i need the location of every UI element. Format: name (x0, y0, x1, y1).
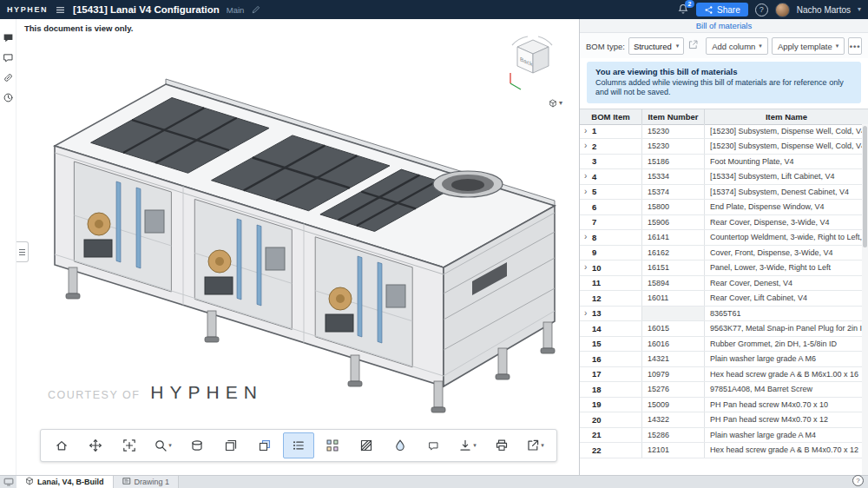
model-tree-toggle[interactable] (16, 241, 29, 262)
expand-chevron[interactable]: › (584, 188, 592, 196)
named-views-button[interactable] (215, 432, 247, 458)
chevron-down-icon[interactable]: ▾ (858, 6, 861, 13)
follow-mode-icon[interactable] (2, 51, 15, 64)
item-number-cell: 14322 (642, 412, 705, 427)
table-row[interactable]: 2014322PH Pan head screw M4x0.70 x 12 (580, 412, 862, 428)
table-row[interactable]: 1915009PH Pan head screw M4x0.70 x 10 (580, 398, 862, 413)
comments-icon[interactable] (2, 31, 15, 44)
bom-item-cell: 14 (592, 324, 602, 333)
bom-table: BOM Item Item Number Item Name ›115230[1… (580, 109, 868, 477)
item-name-cell: Rubber Grommet, 2in DH, 1-5/8in ID (705, 337, 862, 352)
table-row[interactable]: 315186Foot Mounting Plate, V4 (580, 155, 862, 170)
share-button[interactable]: Share (696, 3, 748, 16)
table-row[interactable]: 715906Rear Cover, Dispense, 3-Wide, V4 (580, 215, 862, 231)
hamburger-menu-icon[interactable] (55, 4, 66, 16)
bom-type-select[interactable]: Structured ▾ (628, 37, 684, 55)
machine-model[interactable] (34, 54, 572, 427)
left-rail (0, 19, 16, 476)
help-fab-button[interactable]: ? (852, 475, 864, 486)
avatar[interactable] (775, 3, 790, 17)
fit-view-button[interactable] (114, 432, 145, 458)
turntable-button[interactable] (181, 432, 213, 458)
download-button[interactable]: ▾ (452, 432, 483, 458)
table-row[interactable]: 1614321Plain washer large grade A M6 (580, 352, 862, 367)
table-row[interactable]: ›138365T61 (580, 307, 862, 322)
export-button[interactable]: ▾ (520, 432, 551, 458)
column-header-item-number[interactable]: Item Number (642, 109, 705, 124)
column-header-item-name[interactable]: Item Name (705, 109, 868, 124)
bom-scrollbar[interactable] (862, 124, 868, 477)
courtesy-watermark: COURTESY OF HYPHEN (48, 382, 263, 403)
user-menu[interactable]: Nacho Martos (797, 5, 851, 15)
expand-chevron[interactable]: › (584, 127, 592, 135)
view-cube[interactable]: Back ▾ (498, 33, 568, 118)
expand-chevron[interactable]: › (584, 309, 592, 318)
configurations-button[interactable] (249, 432, 280, 458)
table-row[interactable]: ›515374[15374] Subsystem, Denest Cabinet… (580, 185, 862, 201)
comment-button[interactable] (418, 432, 450, 458)
view-only-notice: This document is view only. (24, 23, 133, 33)
view-cube-graphic[interactable]: Back (498, 33, 568, 94)
add-column-button[interactable]: Add column ▾ (706, 37, 768, 55)
workspace-label[interactable]: Main (227, 5, 245, 15)
bom-button[interactable] (283, 432, 314, 458)
expand-chevron[interactable]: › (584, 233, 592, 241)
item-name-cell: [15230] Subsystem, Dispense Well, Cold, … (705, 139, 862, 154)
item-number-cell: 15230 (642, 139, 705, 154)
table-row[interactable]: 1216011Rear Cover, Lift Cabinet, V4 (580, 291, 862, 307)
open-in-new-icon[interactable] (687, 38, 699, 54)
edit-pencil-icon[interactable] (251, 4, 261, 15)
bom-table-header: BOM Item Item Number Item Name (580, 109, 868, 125)
bom-item-cell: 20 (592, 415, 602, 425)
home-view-button[interactable] (46, 432, 77, 458)
more-options-button[interactable]: ••• (848, 37, 862, 55)
chevron-down-icon: ▾ (541, 442, 544, 449)
bom-item-cell: 13 (592, 308, 602, 318)
watermark-prefix: COURTESY OF (48, 389, 140, 401)
table-row[interactable]: ›215230[15230] Subsystem, Dispense Well,… (580, 139, 862, 155)
section-view-button[interactable] (351, 432, 382, 458)
table-row[interactable]: 615800End Plate, Dispense Window, V4 (580, 200, 862, 215)
present-screen-icon[interactable] (0, 476, 16, 488)
notifications-button[interactable]: 2 (677, 3, 689, 16)
tab-assembly[interactable]: Lanai, V4, B-Build (16, 476, 114, 488)
table-row[interactable]: 2212101Hex head screw grade A & B M4x0.7… (580, 443, 862, 458)
versions-history-icon[interactable] (2, 91, 15, 104)
tab-drawing[interactable]: Drawing 1 (114, 476, 180, 488)
pan-button[interactable] (80, 432, 111, 458)
exploded-view-button[interactable] (317, 432, 348, 458)
share-link-icon[interactable] (2, 71, 15, 84)
view-options-button[interactable]: ▾ (549, 96, 562, 111)
table-row[interactable]: 14160159563K77, Metal Snap-in Panel Plug… (580, 321, 862, 337)
table-row[interactable]: 1710979Hex head screw grade A & B M6x1.0… (580, 367, 862, 383)
zoom-button[interactable]: ▾ (148, 432, 179, 458)
print-button[interactable] (486, 432, 517, 458)
item-number-cell: 15276 (642, 382, 705, 397)
table-row[interactable]: 181527697851A408, M4 Barret Screw (580, 382, 862, 398)
table-row[interactable]: ›816141Countertop Weldment, 3-wide, Righ… (580, 230, 862, 246)
item-name-cell: Cover, Front, Dispense, 3-Wide, V4 (705, 246, 862, 260)
table-row[interactable]: 916162Cover, Front, Dispense, 3-Wide, V4 (580, 246, 862, 261)
table-row[interactable]: 1516016Rubber Grommet, 2in DH, 1-5/8in I… (580, 337, 862, 353)
help-button[interactable]: ? (755, 3, 768, 16)
expand-chevron[interactable]: › (584, 263, 592, 272)
expand-chevron[interactable]: › (584, 142, 592, 150)
table-row[interactable]: 2115286Plain washer large grade A M4 (580, 428, 862, 444)
bom-item-cell: 19 (592, 399, 602, 409)
watermark-brand: HYPHEN (150, 382, 263, 403)
bom-item-cell: 21 (592, 430, 602, 439)
scrollbar-thumb[interactable] (863, 126, 867, 247)
table-row[interactable]: ›1016151Panel, Lower, 3-Wide, Right to L… (580, 260, 862, 276)
apply-template-button[interactable]: Apply template ▾ (772, 37, 845, 55)
table-row[interactable]: 1115894Rear Cover, Denest, V4 (580, 276, 862, 292)
item-name-cell: 8365T61 (705, 307, 862, 321)
column-header-bom-item[interactable]: BOM Item (580, 109, 642, 124)
table-row[interactable]: ›415334[15334] Subsystem, Lift Cabinet, … (580, 169, 862, 185)
expand-chevron[interactable]: › (584, 172, 592, 181)
cube-small-icon (25, 477, 34, 487)
bom-item-cell: 16 (592, 354, 602, 364)
appearance-button[interactable] (385, 432, 416, 458)
table-row[interactable]: ›115230[15230] Subsystem, Dispense Well,… (580, 124, 862, 140)
model-viewport[interactable]: This document is view only. (16, 19, 580, 476)
item-number-cell: 15334 (642, 169, 705, 184)
